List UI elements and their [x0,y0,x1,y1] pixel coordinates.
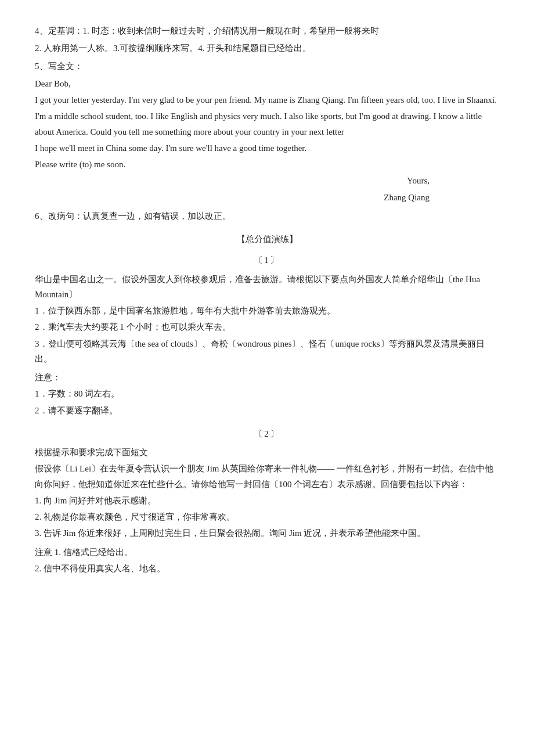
total-score-title: 【总分值演练】 [35,232,499,247]
exercise2-p1: 假设你〔Li Lei〕在去年夏令营认识一个朋友 Jim 从英国给你寄来一件礼物—… [35,461,499,492]
exercise1-point1: 1．位于陕西东部，是中国著名旅游胜地，每年有大批中外游客前去旅游观光。 [35,303,499,318]
letter-p4: Please write (to) me soon. [35,157,499,172]
exercise1-point3: 3．登山便可领略其云海〔the sea of clouds〕、奇松〔wondro… [35,336,499,367]
exercise2-point3: 3. 告诉 Jim 你近来很好，上周刚过完生日，生日聚会很热闹。询问 Jim 近… [35,525,499,541]
letter: Dear Bob, I got your letter yesterday. I… [35,76,499,205]
exercise2-note2: 2. 信中不得使用真实人名、地名。 [35,561,499,576]
letter-p2: I'm a middle school student, too. I like… [35,109,499,139]
section6: 6、改病句：认真复查一边，如有错误，加以改正。 [35,208,499,224]
exercise1: 华山是中国名山之一。假设外国友人到你校参观后，准备去旅游。请根据以下要点向外国友… [35,272,499,367]
exercise2: 根据提示和要求完成下面短文 假设你〔Li Lei〕在去年夏令营认识一个朋友 Ji… [35,445,499,541]
exercise1-note2: 2．请不要逐字翻译。 [35,403,499,418]
letter-closing: Yours, [35,173,499,188]
exercise2-note-title: 注意 1. 信格式已经给出。 [35,545,499,560]
exercise1-notes: 注意： 1．字数：80 词左右。 2．请不要逐字翻译。 [35,370,499,418]
exercise2-intro: 根据提示和要求完成下面短文 [35,445,499,460]
letter-salutation: Dear Bob, [35,76,499,91]
section5-title: 5、写全文： [35,59,499,74]
exercise1-note1: 1．字数：80 词左右。 [35,386,499,401]
exercise1-bracket: 〔1〕 [35,253,499,268]
exercise2-notes: 注意 1. 信格式已经给出。 2. 信中不得使用真实人名、地名。 [35,545,499,577]
main-content: 4、定基调：1. 时态：收到来信时一般过去时，介绍情况用一般现在时，希望用一般将… [35,23,499,576]
exercise2-point1: 1. 向 Jim 问好并对他表示感谢。 [35,493,499,508]
exercise2-bracket: 〔2〕 [35,426,499,441]
letter-p1: I got your letter yesterday. I'm very gl… [35,92,499,107]
exercise1-note-title: 注意： [35,370,499,385]
exercise1-intro: 华山是中国名山之一。假设外国友人到你校参观后，准备去旅游。请根据以下要点向外国友… [35,272,499,303]
letter-p3: I hope we'll meet in China some day. I'm… [35,141,499,156]
section4-line2: 2. 人称用第一人称。3.可按提纲顺序来写。4. 开头和结尾题目已经给出。 [35,41,499,56]
section4-line1: 4、定基调：1. 时态：收到来信时一般过去时，介绍情况用一般现在时，希望用一般将… [35,23,499,38]
exercise2-point2: 2. 礼物是你最喜欢颜色，尺寸很适宜，你非常喜欢。 [35,509,499,524]
exercise1-point2: 2．乘汽车去大约要花 1 个小时；也可以乘火车去。 [35,319,499,334]
letter-name: Zhang Qiang [35,190,499,205]
